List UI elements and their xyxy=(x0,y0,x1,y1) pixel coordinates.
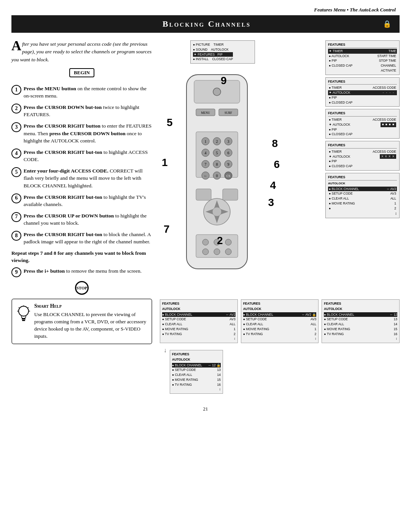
step-text-8: Press the CURSOR RIGHT but-ton to block … xyxy=(24,231,152,246)
svg-text:8: 8 xyxy=(216,162,218,166)
repeat-text: Repeat steps 7 and 8 for any channels yo… xyxy=(11,249,152,264)
p3-autolock: ✦ AUTOLOCK ■ ■ ■ ■ xyxy=(328,122,397,127)
svg-rect-43 xyxy=(223,189,238,200)
svg-text:0: 0 xyxy=(216,174,218,178)
panel-access-code-x: FEATURES ● TIMER ACCESS CODE ✦ AUTOLOCK … xyxy=(325,141,400,171)
svg-line-4 xyxy=(19,307,19,308)
step-text-6: Press the CURSOR RIGHT but-ton to highli… xyxy=(24,193,152,208)
panel-access-code-filled: FEATURES ● TIMER ACCESS CODE ✦ AUTOLOCK … xyxy=(325,109,400,139)
bottom-panel-1: FEATURES AUTOLOCK ● BLOCK CHANNEL↔ AV2 ●… xyxy=(160,299,238,343)
label-9: 9 xyxy=(221,75,227,87)
svg-text:CS: CS xyxy=(226,174,230,178)
smart-help-title: Smart Help xyxy=(34,303,147,309)
svg-text:SURF: SURF xyxy=(225,111,233,115)
step-text-7: Press the CURSOR UP or DOWN button to hi… xyxy=(24,212,152,227)
left-column: After you have set your personal access … xyxy=(11,40,152,394)
title-bar: Blocking Channels 🔒 xyxy=(11,15,400,33)
bp2-block: ● BLOCK CHANNEL↔ AV2 🔒 xyxy=(243,312,317,317)
label-5: 5 xyxy=(167,117,173,129)
fp-setup: ● SETUP CODE13 xyxy=(172,367,221,372)
svg-rect-42 xyxy=(196,189,211,200)
smart-help-content: Smart Help Use BLOCK CHANNEL to prevent … xyxy=(34,303,147,340)
bp2-tv: ● TV RATING2 xyxy=(243,332,317,337)
fp-movie: ● MOVIE RATING15 xyxy=(172,377,221,382)
bp1-movie: ● MOVIE RATING1 xyxy=(162,327,236,332)
bp3-block: ● BLOCK CHANNEL↔ 12 xyxy=(324,312,397,317)
step-num-1: 1 xyxy=(11,85,21,95)
svg-text:5: 5 xyxy=(216,151,218,155)
bottom-panel-3: FEATURES AUTOLOCK ● BLOCK CHANNEL↔ 12 ● … xyxy=(322,299,400,343)
screen-panel-main: ● PICTURE TIMER ● SOUND AUTOLOCK ✦ FEATU… xyxy=(190,40,255,64)
bp1-clear: ● CLEAR ALLALL xyxy=(162,322,236,327)
step-6: 6 Press the CURSOR RIGHT but-ton to high… xyxy=(11,193,152,208)
p3-timer: ● TIMER ACCESS CODE xyxy=(328,117,397,122)
bottom-panel-2: FEATURES AUTOLOCK ● BLOCK CHANNEL↔ AV2 🔒… xyxy=(241,299,319,343)
step-text-1: Press the MENU button on the remote cont… xyxy=(24,85,152,100)
down-arrow: ↓ xyxy=(164,347,167,354)
bp1-setup: ● SETUP CODEAV3 xyxy=(162,317,236,322)
p2-timer: ● TIMER ACCESS CODE xyxy=(328,85,397,90)
panel-timer-row-pip: ● PIPSTOP TIME xyxy=(328,58,397,63)
lock-icon: 🔒 xyxy=(383,20,392,28)
p5-setup: ● SETUP CODEAV3 xyxy=(328,191,397,196)
bottom-panels-row: FEATURES AUTOLOCK ● BLOCK CHANNEL↔ AV2 ●… xyxy=(160,299,400,343)
bp3-setup: ● SETUP CODE13 xyxy=(324,317,397,322)
step-num-7: 7 xyxy=(11,212,21,222)
sp-item-install: ● INSTALL CLOSED CAP xyxy=(193,57,233,62)
label-6: 6 xyxy=(274,158,280,171)
p2-autolock: ✦ AUTOLOCK - - - - xyxy=(328,90,397,95)
step-num-5: 5 xyxy=(11,167,21,177)
drop-cap: A xyxy=(11,40,21,51)
step-num-2: 2 xyxy=(11,104,21,113)
p5-clear: ● CLEAR ALLALL xyxy=(328,196,397,201)
svg-point-10 xyxy=(213,88,221,96)
bp1-block: ● BLOCK CHANNEL↔ AV2 xyxy=(162,312,236,317)
svg-rect-1 xyxy=(22,318,25,320)
svg-point-49 xyxy=(214,249,220,255)
panel-autolock-dashes: FEATURES ● TIMER ACCESS CODE ✦ AUTOLOCK … xyxy=(325,77,400,107)
svg-point-47 xyxy=(225,239,231,245)
p4-pip: ● PIP xyxy=(328,159,397,164)
svg-text:1: 1 xyxy=(205,139,207,144)
step-text-4: Press the CURSOR RIGHT but-ton to highli… xyxy=(24,149,152,163)
begin-badge: BEGIN xyxy=(69,68,94,77)
bp3-tv: ● TV RATING16 xyxy=(324,332,397,337)
sp-item-features: ✦ FEATURES PIP xyxy=(193,52,233,57)
panel-block-channel: FEATURES AUTOLOCK ● BLOCK CHANNEL↔ AV2 ●… xyxy=(325,173,400,219)
label-1: 1 xyxy=(162,157,168,169)
svg-text:7: 7 xyxy=(205,162,207,166)
bp1-tv: ● TV RATING2 xyxy=(162,332,236,337)
final-panel: FEATURES AUTOLOCK ● BLOCK CHANNEL↔ 12 🔒 … xyxy=(170,350,223,394)
step-text-2: Press the CURSOR DOWN but-ton twice to h… xyxy=(24,104,152,118)
lightbulb-icon xyxy=(17,305,30,324)
svg-text:←: ← xyxy=(204,174,207,178)
smart-help-box: Smart Help Use BLOCK CHANNEL to prevent … xyxy=(11,299,152,344)
svg-text:MENU: MENU xyxy=(201,111,210,115)
fp-clear: ● CLEAR ALL14 xyxy=(172,372,221,377)
intro-paragraph: After you have set your personal access … xyxy=(11,40,152,64)
step-num-4: 4 xyxy=(11,149,21,158)
svg-text:4: 4 xyxy=(205,151,207,155)
p4-autolock: ✦ AUTOLOCK X X X X xyxy=(328,154,397,159)
p5-movie: ● MOVIE RATING1 xyxy=(328,201,397,206)
label-2: 2 xyxy=(217,235,223,247)
label-8: 8 xyxy=(272,137,278,150)
sp-item-sound: ● SOUND AUTOLOCK xyxy=(193,47,233,52)
panel-timer-row-timer: ✦ TIMERTIME xyxy=(328,49,397,54)
page-title: Blocking Channels xyxy=(162,19,251,29)
panel-timer: FEATURES ✦ TIMERTIME ● AUTOLOCKSTART TIM… xyxy=(325,40,400,75)
stop-badge: STOP xyxy=(75,281,89,295)
page-number: 21 xyxy=(0,401,411,415)
p3-cc: ● CLOSED CAP xyxy=(328,132,397,137)
p4-cc: ● CLOSED CAP xyxy=(328,164,397,169)
p5-tv: ●2 xyxy=(328,206,397,211)
svg-text:3: 3 xyxy=(228,139,229,144)
step-5: 5 Enter your four-digit ACCESS CODE. COR… xyxy=(11,167,152,190)
svg-point-0 xyxy=(19,306,29,316)
label-7: 7 xyxy=(164,223,170,235)
step-4: 4 Press the CURSOR RIGHT but-ton to high… xyxy=(11,149,152,163)
step-text-5: Enter your four-digit ACCESS CODE. CORRE… xyxy=(24,167,152,190)
step-8: 8 Press the CURSOR RIGHT but-ton to bloc… xyxy=(11,231,152,246)
svg-point-45 xyxy=(202,239,209,245)
bp2-movie: ● MOVIE RATING1 xyxy=(243,327,317,332)
